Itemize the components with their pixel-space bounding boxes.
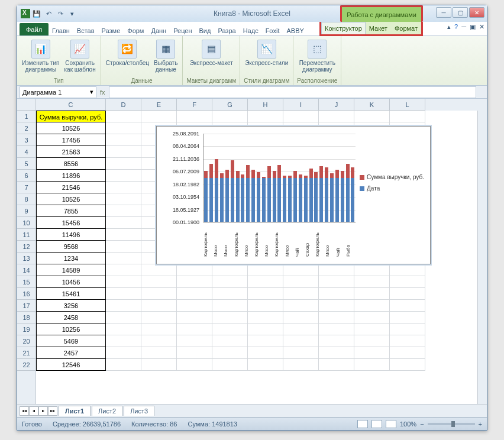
cell[interactable] [212,359,248,371]
cell[interactable]: 9568 [36,241,106,253]
doc-restore-icon[interactable]: ▣ [470,23,476,31]
cell[interactable] [283,264,319,276]
zoom-in-button[interactable]: + [479,420,482,428]
cell[interactable] [177,312,212,323]
help-icon[interactable]: ? [454,23,458,31]
cell[interactable] [248,276,283,288]
cell[interactable] [390,312,425,323]
select-all-corner[interactable] [17,99,35,111]
cell[interactable] [141,312,177,323]
cell[interactable] [248,335,283,347]
cell[interactable] [212,347,248,359]
cell[interactable]: 10526 [36,193,106,205]
doc-minimize-icon[interactable]: ─ [461,23,466,31]
row-header[interactable]: 12 [17,241,35,253]
cell[interactable] [106,312,141,323]
cell[interactable] [106,276,141,288]
row-header[interactable]: 7 [17,182,35,193]
cell[interactable] [390,347,425,359]
cell[interactable] [390,323,425,335]
cell[interactable] [283,335,319,347]
cell[interactable] [106,300,141,312]
cell[interactable] [141,264,177,276]
move-chart-button[interactable]: ⬚Переместитьдиаграмму [298,38,337,74]
cell[interactable] [319,347,354,359]
tab-Главн[interactable]: Главн [49,24,73,35]
cell[interactable] [106,146,141,158]
zoom-level[interactable]: 100% [400,420,416,428]
sheet-nav-first[interactable]: ◂◂ [20,406,29,416]
row-header[interactable]: 4 [17,146,35,158]
col-header[interactable]: E [141,99,177,111]
cell[interactable] [106,182,141,193]
tab-Разме[interactable]: Разме [98,24,124,35]
cell[interactable] [106,253,141,264]
col-header[interactable]: I [283,99,319,111]
cell[interactable] [248,323,283,335]
tab-Данн[interactable]: Данн [147,24,170,35]
cell[interactable] [106,359,141,371]
cell[interactable] [319,276,354,288]
tab-Надс[interactable]: Надс [240,24,262,35]
cell[interactable] [248,264,283,276]
row-header[interactable]: 5 [17,158,35,170]
fx-icon[interactable]: fx [100,89,105,96]
tab-layout[interactable]: Макет [366,22,391,34]
cell[interactable] [354,300,390,312]
maximize-button[interactable]: ▢ [453,7,468,18]
undo-button[interactable]: ↶ [43,8,54,19]
tab-Foxit[interactable]: Foxit [262,24,283,35]
cell[interactable]: 14589 [36,264,106,276]
tab-Форм[interactable]: Форм [124,24,147,35]
cell[interactable] [390,264,425,276]
sheet-nav-prev[interactable]: ◂ [29,406,38,416]
cell[interactable] [106,323,141,335]
cell[interactable]: 8556 [36,158,106,170]
cell[interactable] [212,111,248,122]
sheet-nav-next[interactable]: ▸ [38,406,48,416]
cell[interactable] [212,312,248,323]
cell[interactable] [106,288,141,300]
cell[interactable] [283,300,319,312]
col-header[interactable]: K [354,99,390,111]
cell[interactable] [106,158,141,170]
cell[interactable] [177,323,212,335]
cell[interactable]: 21563 [36,146,106,158]
cell[interactable]: 3256 [36,300,106,312]
row-header[interactable]: 11 [17,229,35,241]
cell[interactable]: 15456 [36,217,106,229]
chevron-down-icon[interactable]: ▾ [90,88,93,96]
vertical-scrollbar[interactable] [477,111,487,404]
row-header[interactable]: 3 [17,134,35,146]
cell[interactable] [319,359,354,371]
cell[interactable] [177,111,212,122]
cell[interactable] [319,264,354,276]
cell[interactable] [248,288,283,300]
cell[interactable] [177,264,212,276]
cell[interactable] [354,276,390,288]
cell[interactable] [319,312,354,323]
row-header[interactable]: 1 [17,111,35,122]
cell[interactable] [141,335,177,347]
cell[interactable] [319,300,354,312]
cell[interactable] [319,288,354,300]
save-button[interactable]: 💾 [31,8,42,19]
cell[interactable] [390,300,425,312]
row-header[interactable]: 22 [17,359,35,371]
cell[interactable] [248,359,283,371]
cell[interactable]: 21546 [36,182,106,193]
cell[interactable]: 10456 [36,276,106,288]
cell[interactable] [354,347,390,359]
cell[interactable] [141,276,177,288]
tab-constructor[interactable]: Конструктор [321,22,366,34]
quick-layout-button[interactable]: ▤Экспресс-макет [189,38,234,67]
cell[interactable] [141,111,177,122]
cell[interactable] [177,276,212,288]
cell[interactable] [212,288,248,300]
quick-styles-button[interactable]: 📉Экспресс-стили [244,38,289,67]
cell[interactable] [106,122,141,134]
cell[interactable]: 15461 [36,288,106,300]
col-header[interactable]: D [106,99,141,111]
cell[interactable] [248,347,283,359]
cell[interactable] [354,111,390,122]
